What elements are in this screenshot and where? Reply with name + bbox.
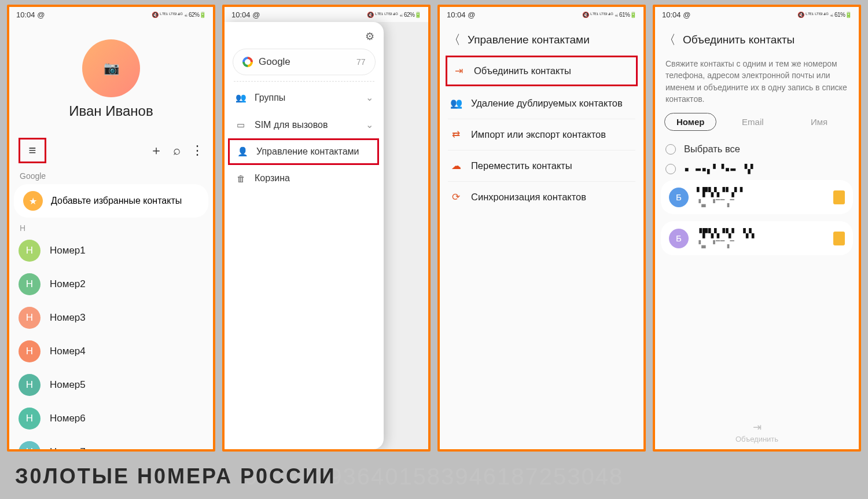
contact-badge: Н <box>19 307 41 329</box>
contact-badge: Н <box>19 340 41 362</box>
chevron-down-icon: ⌄ <box>366 119 373 130</box>
contact-row[interactable]: ННомер2 <box>9 267 213 301</box>
contact-row[interactable]: ННомер4 <box>9 335 213 368</box>
contact-name: Номер5 <box>50 379 86 391</box>
screen-4: 10:04 @ 🔇 ᴸᵀᴱ¹ ᴸᵀᴱ² ⁴ᴳ ₊ᵢ 61%🔋 〈 Объедин… <box>653 5 861 452</box>
merge-icon: ⇥ <box>453 65 465 77</box>
status-bar: 10:04 @ 🔇 ᴸᵀᴱ¹ ᴸᵀᴱ² ⁴ᴳ ₊ᵢ 62%🔋 <box>9 7 213 22</box>
merge-group-1[interactable]: Б ▘▛▚▚▝▘▞▝ ▝▃ ▝▔▔▗▔ <box>661 180 853 214</box>
contact-badge: Н <box>19 240 41 262</box>
profile-area[interactable]: 📷 Иван Иванов <box>9 22 213 133</box>
contact-name: Номер6 <box>50 413 86 424</box>
manage-contacts-screen: 〈 Управление контактами ⇥ Объединить кон… <box>440 22 643 449</box>
side-drawer: ⚙ Google 77 👥 Группы ⌄ ▭ SIM для вызовов… <box>225 22 384 449</box>
footer: 904270936401583946187253048 З0ЛОТЫЕ Н0МЕ… <box>0 454 868 499</box>
radio-item[interactable] <box>665 164 676 174</box>
star-icon: ★ <box>23 191 43 211</box>
manage-icon: 👤 <box>237 146 248 157</box>
sim-card-icon <box>833 232 845 245</box>
status-indicators: 🔇 ᴸᵀᴱ¹ ᴸᵀᴱ² ⁴ᴳ ₊ᵢ 61%🔋 <box>797 12 852 18</box>
menu-label: Группы <box>255 93 358 103</box>
highlight-hamburger: ≡ <box>19 138 46 163</box>
favorites-label: Добавьте избранные контакты <box>51 196 182 206</box>
back-icon[interactable]: 〈 <box>448 31 461 49</box>
contact-row[interactable]: ННомер7 <box>9 435 213 449</box>
tab-name[interactable]: Имя <box>789 113 849 130</box>
more-icon[interactable]: ⋮ <box>191 143 204 158</box>
account-pill-google[interactable]: Google 77 <box>233 49 376 75</box>
add-icon[interactable]: ＋ <box>150 142 163 159</box>
brand-text: З0ЛОТЫЕ Н0МЕРА Р0ССИИ <box>0 464 336 489</box>
hamburger-icon[interactable]: ≡ <box>29 143 36 158</box>
search-icon[interactable]: ⌕ <box>173 143 181 158</box>
trash-icon: 🗑 <box>235 174 247 184</box>
google-label: Google <box>259 56 351 68</box>
item-move-contacts[interactable]: ☁ Переместить контакты <box>440 151 643 181</box>
gear-icon[interactable]: ⚙ <box>365 30 374 43</box>
merge-label: Объединить <box>735 435 778 443</box>
merge-group-2[interactable]: Б ▝▛▚▚▝▚▘ ▚▚ ▝▃ ▝▔▔▗▔ <box>661 221 853 255</box>
header: 〈 Объединить контакты <box>655 22 859 54</box>
contact-name: Номер3 <box>50 312 86 324</box>
divider <box>234 81 374 82</box>
google-count: 77 <box>356 57 366 67</box>
contacts-screen: 📷 Иван Иванов ≡ ＋ ⌕ ⋮ Google ★ Добавьте … <box>9 22 213 449</box>
camera-icon: 📷 <box>104 61 119 76</box>
tab-number[interactable]: Номер <box>664 113 716 131</box>
tab-email[interactable]: Email <box>722 113 783 130</box>
tabs: Номер Email Имя <box>655 113 859 137</box>
back-icon[interactable]: 〈 <box>663 31 676 49</box>
page-title: Объединить контакты <box>683 34 795 46</box>
status-indicators: 🔇 ᴸᵀᴱ¹ ᴸᵀᴱ² ⁴ᴳ ₊ᵢ 62%🔋 <box>367 12 421 18</box>
masked-sub: ▝▃ ▝▔▔▗▔ <box>697 240 825 248</box>
contact-badge: Н <box>19 408 41 430</box>
masked-row[interactable]: ▪︎ ▬▪▖▘▝▪▬ ▝▞ <box>655 162 859 177</box>
status-time: 10:04 @ <box>447 10 475 19</box>
contact-row[interactable]: ННомер1 <box>9 234 213 267</box>
contact-row[interactable]: ННомер3 <box>9 301 213 335</box>
item-sync-contacts[interactable]: ⟳ Синхронизация контактов <box>440 182 643 212</box>
menu-label: Корзина <box>255 173 290 184</box>
masked-name: ▘▛▚▚▝▘▞▝ <box>697 187 825 197</box>
screenshots-row: 10:04 @ 🔇 ᴸᵀᴱ¹ ᴸᵀᴱ² ⁴ᴳ ₊ᵢ 62%🔋 📷 Иван Ив… <box>0 0 868 452</box>
contact-name: Номер1 <box>50 245 86 256</box>
item-label: Объединить контакты <box>474 65 571 76</box>
item-label: Удаление дублируемых контактов <box>471 98 623 109</box>
contact-row[interactable]: ННомер5 <box>9 368 213 402</box>
item-import-export[interactable]: ⇄ Импорт или экспорт контактов <box>440 119 643 150</box>
header: 〈 Управление контактами <box>440 22 643 54</box>
select-all-row[interactable]: Выбрать все <box>655 137 859 162</box>
contact-name: Номер7 <box>50 446 86 449</box>
menu-sim[interactable]: ▭ SIM для вызовов ⌄ <box>225 111 384 138</box>
cloud-icon: ☁ <box>450 160 462 172</box>
screen-2: 10:04 @ 🔇 ᴸᵀᴱ¹ ᴸᵀᴱ² ⁴ᴳ ₊ᵢ 62%🔋 ≡ Goo Н ⚙… <box>222 5 431 452</box>
account-label: Google <box>9 168 213 182</box>
contact-badge: Н <box>19 441 41 449</box>
sim-card-icon <box>833 190 845 204</box>
item-label: Синхронизация контактов <box>471 192 586 203</box>
contact-name: Номер4 <box>50 346 86 357</box>
menu-groups[interactable]: 👥 Группы ⌄ <box>225 84 384 111</box>
merge-action-icon: ⇥ <box>655 421 859 434</box>
google-logo-icon <box>242 57 253 67</box>
status-bar: 10:04 @ 🔇 ᴸᵀᴱ¹ ᴸᵀᴱ² ⁴ᴳ ₊ᵢ 61%🔋 <box>440 7 643 22</box>
sync-icon: ⟳ <box>450 191 462 203</box>
radio-select-all[interactable] <box>665 144 676 155</box>
merge-button[interactable]: ⇥ Объединить <box>655 421 859 443</box>
status-time: 10:04 @ <box>662 10 690 19</box>
section-letter: Н <box>9 220 213 234</box>
contact-badge: Б <box>669 188 689 207</box>
item-delete-duplicates[interactable]: 👥 Удаление дублируемых контактов <box>440 88 643 119</box>
status-indicators: 🔇 ᴸᵀᴱ¹ ᴸᵀᴱ² ⁴ᴳ ₊ᵢ 62%🔋 <box>152 12 206 18</box>
menu-trash[interactable]: 🗑 Корзина <box>225 165 384 192</box>
item-merge-contacts[interactable]: ⇥ Объединить контакты <box>446 56 638 86</box>
menu-manage-contacts[interactable]: 👤 Управление контактами <box>228 138 379 165</box>
chevron-down-icon: ⌄ <box>366 92 373 103</box>
menu-label: SIM для вызовов <box>255 120 358 130</box>
sim-icon: ▭ <box>235 120 247 130</box>
contact-row[interactable]: ННомер6 <box>9 402 213 435</box>
avatar[interactable]: 📷 <box>82 39 140 97</box>
favorites-row[interactable]: ★ Добавьте избранные контакты <box>14 184 208 218</box>
screen-1: 10:04 @ 🔇 ᴸᵀᴱ¹ ᴸᵀᴱ² ⁴ᴳ ₊ᵢ 62%🔋 📷 Иван Ив… <box>7 5 215 452</box>
profile-name: Иван Иванов <box>9 103 213 119</box>
